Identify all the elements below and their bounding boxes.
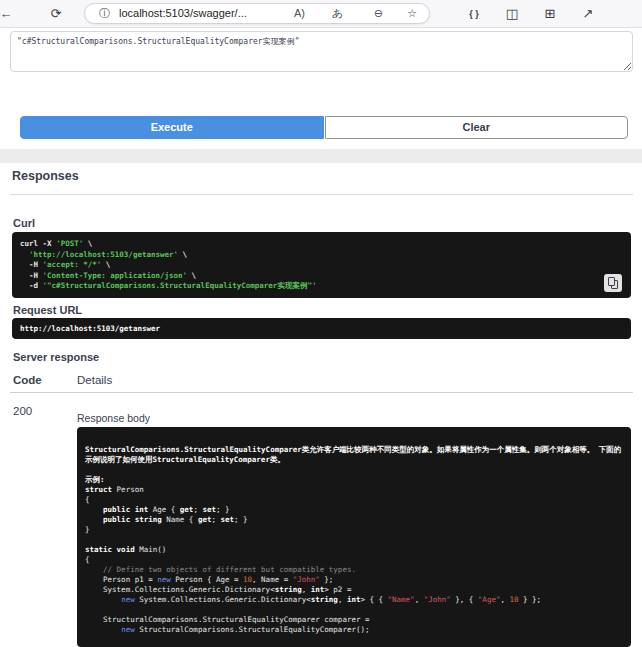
braces-icon[interactable]: { } xyxy=(462,0,486,28)
details-column-header: Details xyxy=(77,374,112,386)
request-body-textarea[interactable] xyxy=(10,31,633,72)
table-header-divider xyxy=(10,392,633,393)
status-code-200: 200 xyxy=(13,405,32,417)
address-bar[interactable]: ⓘ localhost:5103/swagger/... A) あ ⊖ ☆ xyxy=(84,3,430,24)
clear-button[interactable]: Clear xyxy=(325,116,629,139)
response-body-label: Response body xyxy=(77,412,150,424)
split-screen-icon[interactable]: ◫ xyxy=(500,0,524,28)
code-column-header: Code xyxy=(13,374,42,386)
browser-toolbar: ← ⟳ ⓘ localhost:5103/swagger/... A) あ ⊖ … xyxy=(0,0,642,28)
refresh-icon[interactable]: ⟳ xyxy=(44,0,68,28)
page: ← ⟳ ⓘ localhost:5103/swagger/... A) あ ⊖ … xyxy=(0,0,642,647)
collections-add-icon[interactable]: ⊞ xyxy=(538,0,562,28)
responses-divider xyxy=(10,194,633,195)
info-icon[interactable]: ⓘ xyxy=(99,4,110,23)
response-body-code-block: StructuralComparisons.StructuralEquality… xyxy=(77,427,631,647)
execute-clear-row: Execute Clear xyxy=(20,116,628,139)
responses-heading: Responses xyxy=(12,169,79,183)
curl-label: Curl xyxy=(13,217,35,229)
share-icon[interactable]: ↗ xyxy=(576,0,600,28)
url-text[interactable]: localhost:5103/swagger/... xyxy=(119,4,247,23)
translate-icon[interactable]: あ xyxy=(332,4,343,23)
copy-sheet-front xyxy=(608,277,615,286)
execute-button[interactable]: Execute xyxy=(20,116,324,139)
request-url-label: Request URL xyxy=(13,304,82,316)
zoom-out-icon[interactable]: ⊖ xyxy=(374,4,383,23)
copy-icon[interactable] xyxy=(604,274,622,292)
favorite-star-icon[interactable]: ☆ xyxy=(407,4,417,23)
curl-code-block: curl -X 'POST' \ 'http://localhost:5103/… xyxy=(12,232,631,298)
section-divider-band xyxy=(0,149,642,163)
request-url-value: http://localhost:5103/getanswer xyxy=(12,318,631,339)
text-size-icon[interactable]: A) xyxy=(294,4,305,23)
back-icon[interactable]: ← xyxy=(0,0,18,28)
server-response-label: Server response xyxy=(13,351,99,363)
